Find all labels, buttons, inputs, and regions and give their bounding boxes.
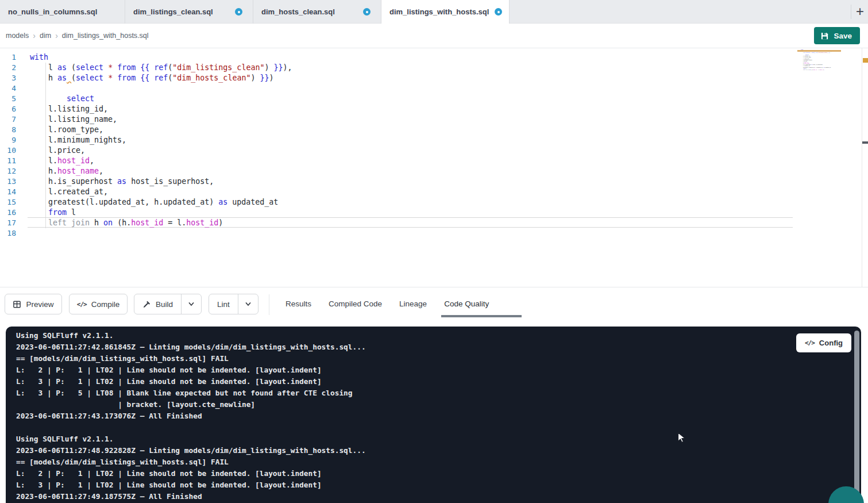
build-label: Build bbox=[156, 300, 173, 309]
terminal-line: 2023-06-06T11:27:42.861845Z — Linting mo… bbox=[16, 341, 366, 353]
file-tab-label: dim_listings_clean.sql bbox=[133, 7, 213, 16]
line-number: 4 bbox=[0, 83, 16, 94]
lint-label: Lint bbox=[217, 300, 230, 309]
terminal-line: | bracket. [layout.cte_newline] bbox=[16, 399, 366, 410]
code-line bbox=[30, 228, 292, 239]
tab-lineage[interactable]: Lineage bbox=[399, 300, 427, 308]
code-line: l.price, bbox=[30, 145, 292, 156]
terminal-line: == [models/dim/dim_listings_with_hosts.s… bbox=[16, 353, 366, 364]
chevron-right-icon: › bbox=[33, 31, 36, 40]
code-line: h as (select * from {{ ref("dim_hosts_cl… bbox=[801, 52, 832, 53]
lint-dropdown-button[interactable] bbox=[238, 294, 258, 314]
lint-split-button: Lint bbox=[209, 294, 259, 314]
toolbar-divider bbox=[269, 294, 269, 315]
file-tab-label: dim_hosts_clean.sql bbox=[261, 7, 335, 16]
file-tab-no_nulls_in_columns.sql[interactable]: no_nulls_in_columns.sql bbox=[0, 0, 125, 24]
line-number: 16 bbox=[0, 208, 16, 218]
breadcrumb-row: models›dim›dim_listings_with_hosts.sql S… bbox=[0, 24, 868, 48]
chevron-down-icon bbox=[188, 301, 195, 308]
file-tabs: no_nulls_in_columns.sqldim_listings_clea… bbox=[0, 0, 510, 24]
line-number: 2 bbox=[0, 63, 16, 73]
code-line: with bbox=[30, 52, 292, 63]
line-number: 10 bbox=[0, 145, 16, 156]
breadcrumb-item[interactable]: dim bbox=[40, 32, 51, 40]
line-number: 18 bbox=[0, 228, 16, 239]
code-line: h.is_superhost as host_is_superhost, bbox=[30, 176, 292, 187]
active-tab-underline bbox=[441, 315, 522, 317]
code-line: h.host_name, bbox=[30, 166, 292, 176]
terminal-line bbox=[16, 422, 366, 433]
build-split-button: Build bbox=[134, 294, 202, 314]
line-number: 17 bbox=[0, 218, 16, 228]
file-tab-dim_listings_clean.sql[interactable]: dim_listings_clean.sql bbox=[125, 0, 253, 24]
tab-results[interactable]: Results bbox=[286, 300, 311, 308]
code-text[interactable]: with l as (select * from {{ ref("dim_lis… bbox=[30, 52, 292, 239]
line-number: 11 bbox=[0, 156, 16, 166]
line-number: 8 bbox=[0, 125, 16, 135]
code-line: l.listing_id, bbox=[30, 104, 292, 114]
code-line: l.listing_name, bbox=[30, 114, 292, 125]
terminal-line: Using SQLFluff v2.1.1. bbox=[16, 433, 366, 445]
terminal-line: 2023-06-06T11:27:49.187575Z — All Finish… bbox=[16, 491, 366, 502]
breadcrumb-item[interactable]: dim_listings_with_hosts.sql bbox=[62, 32, 149, 40]
code-line: h as (select * from {{ ref("dim_hosts_cl… bbox=[30, 73, 292, 83]
line-number: 1 bbox=[0, 52, 16, 63]
code-line: l.host_id, bbox=[30, 156, 292, 166]
minimap[interactable]: with l as (select * from {{ ref("dim_lis… bbox=[797, 49, 841, 83]
modified-dot-icon bbox=[363, 8, 371, 16]
line-number: 6 bbox=[0, 104, 16, 114]
line-number: 14 bbox=[0, 187, 16, 197]
action-toolbar: Preview </> Compile Build Lint bbox=[0, 287, 868, 327]
file-tab-bar: no_nulls_in_columns.sqldim_listings_clea… bbox=[0, 0, 868, 24]
build-button[interactable]: Build bbox=[134, 294, 181, 314]
code-line: left join h on (h.host_id = l.host_id) bbox=[30, 218, 292, 228]
terminal-scrollbar[interactable] bbox=[854, 331, 859, 500]
config-label: Config bbox=[819, 339, 843, 347]
preview-grid-icon bbox=[13, 300, 21, 309]
line-number: 7 bbox=[0, 114, 16, 125]
terminal-line: 2023-06-06T11:27:43.173076Z — All Finish… bbox=[16, 410, 366, 422]
code-text[interactable]: with l as (select * from {{ ref("dim_lis… bbox=[801, 49, 832, 72]
line-number: 13 bbox=[0, 176, 16, 187]
breadcrumb-item[interactable]: models bbox=[6, 32, 29, 40]
lint-button[interactable]: Lint bbox=[209, 294, 238, 314]
terminal-line: Using SQLFluff v2.1.1. bbox=[16, 330, 366, 341]
line-number: 15 bbox=[0, 197, 16, 208]
save-button[interactable]: Save bbox=[814, 27, 860, 44]
file-tab-dim_listings_with_hosts.sql[interactable]: dim_listings_with_hosts.sql bbox=[381, 0, 510, 24]
line-number: 3 bbox=[0, 73, 16, 83]
file-tab-label: no_nulls_in_columns.sql bbox=[8, 7, 97, 16]
tab-compiled-code[interactable]: Compiled Code bbox=[329, 300, 382, 308]
terminal-line: L: 3 | P: 1 | LT02 | Line should not be … bbox=[16, 479, 366, 491]
terminal-line: L: 2 | P: 1 | LT02 | Line should not be … bbox=[16, 468, 366, 479]
code-line: select bbox=[30, 94, 292, 104]
save-label: Save bbox=[834, 32, 852, 40]
new-tab-button[interactable]: + bbox=[852, 3, 867, 20]
minimap-warning-highlight bbox=[797, 50, 841, 52]
build-dropdown-button[interactable] bbox=[181, 294, 201, 314]
code-line bbox=[30, 83, 292, 94]
newtab-divider bbox=[851, 5, 851, 19]
line-number: 5 bbox=[0, 94, 16, 104]
preview-button[interactable]: Preview bbox=[5, 294, 62, 314]
terminal-line: L: 3 | P: 5 | LT08 | Blank line expected… bbox=[16, 387, 366, 399]
config-button[interactable]: </> Config bbox=[796, 333, 851, 352]
chevron-down-icon bbox=[245, 301, 252, 308]
code-editor[interactable]: 123456789101112131415161718 with l as (s… bbox=[0, 48, 868, 287]
terminal-line: L: 3 | P: 1 | LT02 | Line should not be … bbox=[16, 376, 366, 387]
ruler-warning-marker bbox=[863, 58, 868, 63]
line-number-gutter: 123456789101112131415161718 bbox=[0, 52, 25, 239]
tab-code-quality[interactable]: Code Quality bbox=[444, 300, 489, 308]
breadcrumb: models›dim›dim_listings_with_hosts.sql bbox=[6, 24, 149, 48]
ruler-position-marker bbox=[862, 141, 868, 144]
modified-dot-icon bbox=[495, 8, 502, 16]
compile-button[interactable]: </> Compile bbox=[69, 294, 128, 314]
code-line: l.minimum_nights, bbox=[30, 135, 292, 145]
compile-label: Compile bbox=[91, 300, 120, 309]
terminal-line: == [models/dim/dim_listings_with_hosts.s… bbox=[16, 456, 366, 468]
file-tab-dim_hosts_clean.sql[interactable]: dim_hosts_clean.sql bbox=[253, 0, 381, 24]
save-floppy-icon bbox=[820, 32, 829, 40]
code-line: l.created_at, bbox=[30, 187, 292, 197]
code-line: greatest(l.updated_at, h.updated_at) as … bbox=[30, 197, 292, 208]
code-line: l as (select * from {{ ref("dim_listings… bbox=[30, 63, 292, 73]
